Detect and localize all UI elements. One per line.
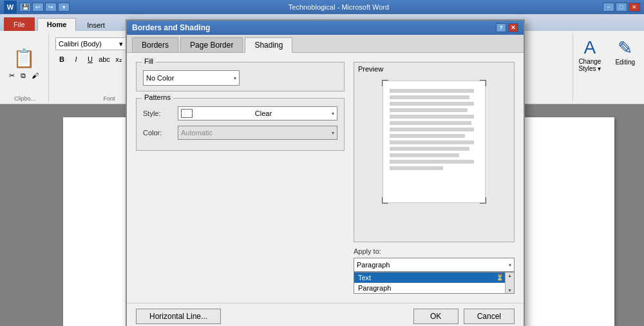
- apply-option-paragraph[interactable]: Paragraph: [354, 283, 514, 293]
- quick-access-customize[interactable]: ▾: [58, 3, 70, 12]
- style-value: Clear: [255, 110, 272, 117]
- fill-dropdown[interactable]: No Color ▾: [143, 70, 240, 86]
- dialog-footer: Horizontal Line... OK Cancel: [127, 303, 524, 326]
- dialog-title-bar: Borders and Shading ? ✕: [127, 21, 524, 35]
- quick-access-save[interactable]: 💾: [19, 3, 31, 12]
- clipboard-label: Clipbo...: [6, 93, 43, 102]
- preview-line: [390, 160, 474, 164]
- apply-to-dropdown[interactable]: Paragraph ▾: [354, 258, 515, 272]
- corner-bottom-left: [382, 197, 388, 204]
- style-dropdown-arrow: ▾: [332, 111, 334, 117]
- italic-button[interactable]: I: [70, 53, 82, 66]
- apply-options-list: Text ⏳ Paragraph: [354, 273, 514, 293]
- quick-access-undo[interactable]: ↩: [32, 3, 44, 12]
- apply-to-dropdown-list: Text ⏳ Paragraph ▲ ▼: [354, 272, 515, 294]
- font-name-arrow: ▾: [119, 40, 123, 48]
- tab-page-border[interactable]: Page Border: [180, 37, 243, 52]
- hourglass-icon: ⏳: [496, 274, 504, 281]
- fill-legend: Fill: [142, 57, 156, 65]
- window-close[interactable]: ✕: [629, 3, 640, 12]
- preview-box: Preview: [354, 62, 515, 242]
- underline-button[interactable]: U: [84, 53, 97, 66]
- change-styles-icon: A: [584, 37, 596, 58]
- tab-borders[interactable]: Borders: [132, 37, 178, 52]
- style-label: Style:: [143, 110, 174, 117]
- apply-option-text[interactable]: Text ⏳: [354, 273, 514, 283]
- color-row: Color: Automatic ▾: [143, 126, 337, 140]
- dialog-title-controls: ? ✕: [496, 23, 518, 32]
- corner-top-left: [382, 80, 388, 86]
- styles-group: A ChangeStyles ▾: [573, 34, 606, 102]
- tab-shading[interactable]: Shading: [245, 37, 292, 53]
- preview-lines: [383, 81, 485, 180]
- apply-to-label: Apply to:: [354, 247, 515, 255]
- corner-top-right: [480, 80, 486, 86]
- apply-options-wrapper: Text ⏳ Paragraph ▲ ▼: [354, 273, 514, 293]
- subscript-button[interactable]: x₂: [112, 53, 125, 66]
- color-label: Color:: [143, 129, 174, 137]
- copy-icon[interactable]: ⧉: [18, 70, 28, 81]
- preview-line: [390, 121, 471, 125]
- style-dropdown[interactable]: Clear ▾: [178, 106, 337, 120]
- title-bar-title: Technoblogical - Microsoft Word: [75, 3, 603, 11]
- cancel-button[interactable]: Cancel: [464, 309, 515, 324]
- patterns-legend: Patterns: [142, 93, 173, 101]
- color-value: Automatic: [181, 129, 213, 137]
- horizontal-line-button[interactable]: Horizontal Line...: [136, 309, 221, 324]
- font-name-dropdown[interactable]: Calibri (Body) ▾: [55, 37, 126, 50]
- preview-label: Preview: [358, 65, 383, 73]
- preview-line: [390, 153, 459, 157]
- dialog-help-button[interactable]: ?: [496, 23, 506, 32]
- ok-button[interactable]: OK: [413, 309, 459, 324]
- dialog-tabs: Borders Page Border Shading: [127, 35, 524, 53]
- corner-bottom-right: [480, 197, 486, 204]
- word-background: W 💾 ↩ ↪ ▾ Technoblogical - Microsoft Wor…: [0, 0, 644, 326]
- quick-access-redo[interactable]: ↪: [45, 3, 57, 12]
- preview-line: [390, 102, 474, 106]
- clipboard-paste-icon: 📋: [13, 48, 35, 69]
- dialog-right-panel: Preview: [354, 62, 515, 294]
- apply-to-dropdown-container: Paragraph ▾ Text ⏳: [354, 258, 515, 294]
- dialog-close-button[interactable]: ✕: [508, 23, 518, 32]
- apply-dropdown-scrollbar[interactable]: ▲ ▼: [505, 273, 514, 293]
- dialog-body: Fill No Color ▾ Patterns Style: Clear: [127, 53, 524, 303]
- preview-line: [390, 108, 468, 112]
- cut-icon[interactable]: ✂: [6, 70, 17, 81]
- editing-group: ✎ Editing: [610, 34, 640, 102]
- format-painter-icon[interactable]: 🖌: [29, 70, 41, 81]
- color-dropdown[interactable]: Automatic ▾: [178, 126, 337, 140]
- preview-line: [390, 166, 443, 170]
- window-maximize[interactable]: □: [616, 3, 627, 12]
- strikethrough-button[interactable]: abc: [98, 53, 111, 66]
- tab-home[interactable]: Home: [37, 18, 77, 31]
- tab-insert[interactable]: Insert: [77, 19, 115, 31]
- color-dropdown-arrow: ▾: [332, 130, 334, 136]
- borders-shading-dialog: Borders and Shading ? ✕ Borders Page Bor…: [126, 19, 525, 326]
- apply-to-section: Apply to: Paragraph ▾ Text: [354, 247, 515, 294]
- editing-icon: ✎: [618, 37, 632, 59]
- scroll-down[interactable]: ▼: [507, 287, 513, 293]
- word-icon: W: [4, 1, 17, 14]
- footer-left: Horizontal Line...: [136, 309, 221, 324]
- apply-to-value: Paragraph: [357, 261, 390, 269]
- preview-line: [390, 134, 465, 138]
- window-minimize[interactable]: −: [603, 3, 614, 12]
- style-preview-box: [181, 109, 193, 118]
- patterns-fieldset: Patterns Style: Clear ▾ Color:: [136, 98, 345, 151]
- tab-file[interactable]: File: [4, 17, 35, 31]
- title-bar-controls: − □ ✕: [603, 3, 640, 12]
- preview-line: [390, 140, 474, 144]
- scroll-up[interactable]: ▲: [507, 273, 513, 278]
- editing-label[interactable]: Editing: [615, 59, 635, 66]
- footer-right: OK Cancel: [413, 309, 515, 324]
- preview-line: [390, 95, 469, 99]
- preview-line: [390, 89, 474, 93]
- style-row: Style: Clear ▾: [143, 106, 337, 120]
- preview-line: [390, 115, 474, 119]
- title-bar: W 💾 ↩ ↪ ▾ Technoblogical - Microsoft Wor…: [0, 0, 644, 14]
- change-styles-label[interactable]: ChangeStyles ▾: [578, 58, 601, 72]
- bold-button[interactable]: B: [55, 53, 68, 66]
- fill-dropdown-arrow: ▾: [234, 75, 236, 81]
- dialog-title: Borders and Shading: [132, 23, 210, 32]
- dialog-left-panel: Fill No Color ▾ Patterns Style: Clear: [136, 62, 345, 294]
